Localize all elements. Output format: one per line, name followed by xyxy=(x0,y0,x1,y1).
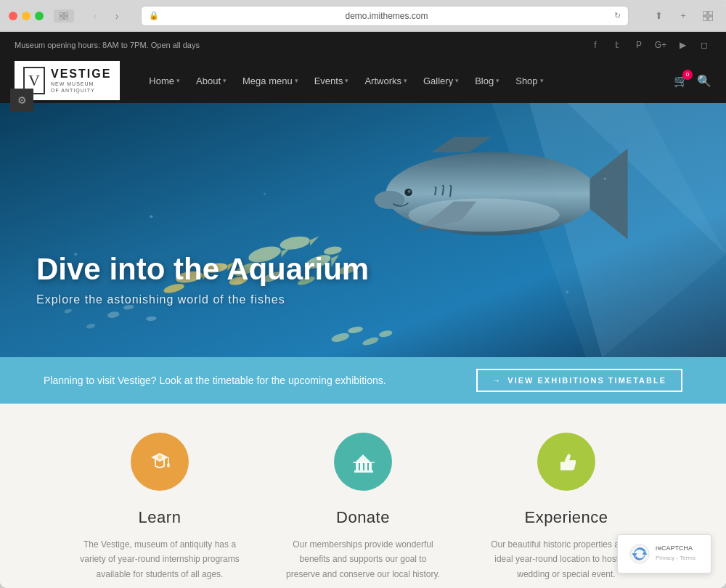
cart-badge: 0 xyxy=(682,70,693,80)
social-icons: f 𝕥 P G+ ▶ ◻ xyxy=(588,38,711,52)
svg-rect-2 xyxy=(60,17,63,20)
cta-banner: Planning to visit Vestige? Look at the t… xyxy=(0,357,726,404)
chevron-down-icon: ▾ xyxy=(176,77,180,84)
nav-actions: 🛒 0 🔍 xyxy=(674,74,711,88)
url-text: demo.imithemes.com xyxy=(163,11,610,21)
close-button[interactable] xyxy=(9,12,17,20)
refresh-button[interactable]: ↻ xyxy=(614,11,621,20)
maximize-button[interactable] xyxy=(35,12,44,20)
share-button[interactable]: ⬆ xyxy=(649,7,668,25)
chevron-down-icon: ▾ xyxy=(540,77,544,84)
recaptcha-icon xyxy=(629,544,650,564)
donate-description: Our memberships provide wonderful benefi… xyxy=(283,537,443,581)
pinterest-icon[interactable]: P xyxy=(632,38,646,52)
window-controls xyxy=(54,9,74,23)
navigation: Home ▾ About ▾ Mega menu ▾ Events ▾ Artw… xyxy=(142,70,674,92)
chevron-down-icon: ▾ xyxy=(295,77,298,84)
svg-rect-6 xyxy=(703,17,707,21)
donate-title: Donate xyxy=(283,508,443,527)
nav-shop[interactable]: Shop ▾ xyxy=(508,70,550,92)
chevron-down-icon: ▾ xyxy=(496,77,499,84)
nav-artworks[interactable]: Artworks ▾ xyxy=(357,70,415,92)
svg-rect-55 xyxy=(360,463,363,470)
svg-rect-56 xyxy=(364,463,367,470)
twitter-icon[interactable]: 𝕥 xyxy=(610,38,624,52)
svg-point-51 xyxy=(158,455,162,460)
traffic-lights xyxy=(9,12,44,20)
donate-icon xyxy=(348,447,378,476)
experience-icon-circle xyxy=(537,433,595,491)
learn-icon xyxy=(145,447,174,476)
recaptcha-text: reCAPTCHAPrivacy - Terms xyxy=(656,544,696,562)
settings-icon[interactable]: ⚙ xyxy=(10,89,33,112)
experience-title: Experience xyxy=(486,508,646,527)
nav-arrows: ‹ › xyxy=(86,7,126,25)
svg-rect-4 xyxy=(703,11,707,15)
svg-point-35 xyxy=(407,190,410,193)
svg-rect-59 xyxy=(354,470,373,473)
svg-rect-57 xyxy=(369,463,372,470)
learn-icon-circle xyxy=(131,433,189,491)
window-view-btn[interactable] xyxy=(54,9,74,23)
svg-rect-60 xyxy=(353,462,375,463)
nav-gallery[interactable]: Gallery ▾ xyxy=(416,70,466,92)
svg-rect-54 xyxy=(356,463,359,470)
underwater-scene xyxy=(0,103,726,357)
browser-actions: ⬆ + xyxy=(649,7,717,25)
forward-button[interactable]: › xyxy=(107,7,126,25)
chevron-down-icon: ▾ xyxy=(223,77,227,84)
feature-learn: Learn The Vestige, museum of antiquity h… xyxy=(58,433,261,581)
googleplus-icon[interactable]: G+ xyxy=(653,38,668,52)
chevron-down-icon: ▾ xyxy=(404,77,407,84)
svg-rect-61 xyxy=(560,462,565,470)
cart-icon[interactable]: 🛒 0 xyxy=(674,74,688,88)
back-button[interactable]: ‹ xyxy=(86,7,105,25)
recaptcha-notice: reCAPTCHAPrivacy - Terms xyxy=(617,534,711,573)
hero-content: Dive into the Aquarium Explore the aston… xyxy=(36,253,369,306)
minimize-button[interactable] xyxy=(22,12,30,20)
exhibitions-timetable-button[interactable]: → VIEW EXHIBITIONS TIMETABLE xyxy=(476,369,682,392)
nav-home[interactable]: Home ▾ xyxy=(142,70,187,92)
learn-title: Learn xyxy=(80,508,240,527)
svg-rect-3 xyxy=(65,17,68,20)
youtube-icon[interactable]: ▶ xyxy=(675,38,690,52)
cta-button-label: VIEW EXHIBITIONS TIMETABLE xyxy=(507,376,666,385)
hero-section: Dive into the Aquarium Explore the aston… xyxy=(0,103,726,357)
nav-blog[interactable]: Blog ▾ xyxy=(468,70,507,92)
browser-window: ‹ › 🔒 demo.imithemes.com ↻ ⬆ + Museum op… xyxy=(0,0,726,588)
donate-icon-circle xyxy=(334,433,392,491)
svg-point-33 xyxy=(409,198,560,232)
svg-rect-5 xyxy=(709,11,713,15)
svg-rect-7 xyxy=(709,17,713,21)
svg-point-53 xyxy=(167,463,170,467)
nav-megamenu[interactable]: Mega menu ▾ xyxy=(235,70,306,92)
instagram-icon[interactable]: ◻ xyxy=(697,38,711,52)
svg-point-47 xyxy=(264,192,266,195)
lock-icon: 🔒 xyxy=(149,11,159,20)
website-content: Museum opening hours: 8AM to 7PM. Open a… xyxy=(0,32,726,588)
svg-point-49 xyxy=(604,178,606,180)
hero-subtitle: Explore the astonishing world of the fis… xyxy=(36,293,369,306)
address-bar[interactable]: 🔒 demo.imithemes.com ↻ xyxy=(141,6,629,26)
svg-point-46 xyxy=(150,215,152,218)
chevron-down-icon: ▾ xyxy=(455,77,459,84)
chevron-down-icon: ▾ xyxy=(345,77,348,84)
svg-rect-1 xyxy=(65,12,68,15)
top-bar: Museum opening hours: 8AM to 7PM. Open a… xyxy=(0,32,726,58)
recaptcha-widget: reCAPTCHAPrivacy - Terms xyxy=(629,544,699,564)
facebook-icon[interactable]: f xyxy=(588,38,603,52)
nav-events[interactable]: Events ▾ xyxy=(307,70,356,92)
logo-text: VESTIGE NEW MUSEUM OF ANTIQUITY xyxy=(51,68,111,94)
hours-text: Museum opening hours: 8AM to 7PM. Open a… xyxy=(15,41,200,49)
learn-description: The Vestige, museum of antiquity has a v… xyxy=(80,537,240,581)
nav-about[interactable]: About ▾ xyxy=(189,70,234,92)
cta-arrow-icon: → xyxy=(492,376,502,385)
search-icon[interactable]: 🔍 xyxy=(697,74,711,88)
header: ⚙ V VESTIGE NEW MUSEUM OF ANTIQUITY Home… xyxy=(0,58,726,103)
logo-subtitle: NEW MUSEUM OF ANTIQUITY xyxy=(51,81,111,94)
svg-rect-0 xyxy=(60,12,63,15)
logo-name: VESTIGE xyxy=(51,68,111,81)
tabs-grid-button[interactable] xyxy=(698,7,717,25)
feature-donate: Donate Our memberships provide wonderful… xyxy=(261,433,465,581)
new-tab-button[interactable]: + xyxy=(674,7,693,25)
